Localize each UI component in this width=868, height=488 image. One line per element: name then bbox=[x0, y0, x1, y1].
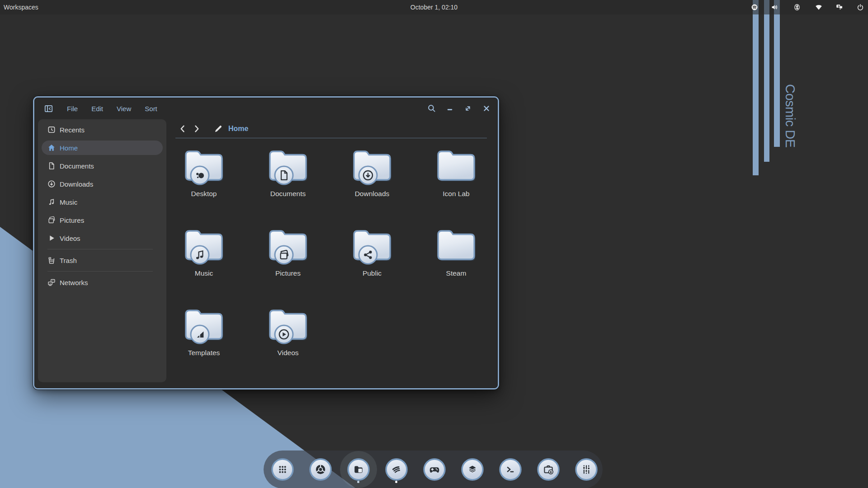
menu-sort[interactable]: Sort bbox=[141, 105, 161, 113]
dock-item-software-shop[interactable] bbox=[537, 458, 560, 481]
folder-icon bbox=[437, 230, 476, 261]
file-item-steam[interactable]: Steam bbox=[420, 230, 492, 293]
file-item-videos[interactable]: Videos bbox=[252, 309, 324, 372]
wallpaper-bar bbox=[774, 0, 780, 147]
file-item-documents[interactable]: Documents bbox=[252, 150, 324, 213]
breadcrumb-location[interactable]: Home bbox=[228, 125, 248, 133]
spotify-status-icon[interactable] bbox=[750, 3, 759, 11]
edit-path-icon[interactable] bbox=[213, 124, 223, 134]
dock-item-chrome[interactable] bbox=[309, 458, 332, 481]
sidebar-item-label: Downloads bbox=[60, 180, 93, 188]
titlebar[interactable]: FileEditViewSort bbox=[34, 98, 498, 119]
file-item-label: Music bbox=[161, 269, 247, 277]
file-browser-content: Home Desktop Documents bbox=[166, 119, 498, 388]
sidebar-separator bbox=[47, 271, 153, 272]
networks-icon bbox=[47, 278, 56, 287]
sidebar-item-videos[interactable]: Videos bbox=[42, 229, 163, 247]
dock-item-terminal[interactable] bbox=[499, 458, 522, 481]
forward-button[interactable] bbox=[190, 122, 203, 135]
file-item-label: Icon Lab bbox=[413, 190, 499, 198]
file-item-label: Desktop bbox=[161, 190, 247, 198]
file-item-label: Documents bbox=[245, 190, 331, 198]
breadcrumb: Home bbox=[166, 119, 498, 138]
sidebar-separator bbox=[47, 249, 153, 249]
sidebar-item-documents[interactable]: Documents bbox=[42, 157, 163, 175]
search-button[interactable] bbox=[426, 103, 437, 114]
sidebar-item-trash[interactable]: Trash bbox=[42, 251, 163, 269]
file-item-pictures[interactable]: Pictures bbox=[252, 230, 324, 293]
menu-view[interactable]: View bbox=[113, 105, 135, 113]
share-emblem-icon bbox=[358, 245, 378, 265]
dock-item-spotify[interactable] bbox=[385, 458, 408, 481]
sidebar-item-label: Pictures bbox=[60, 216, 84, 224]
dock-item-tweaks[interactable] bbox=[575, 458, 598, 481]
dock bbox=[264, 450, 603, 488]
file-item-music[interactable]: Music bbox=[168, 230, 240, 293]
close-button[interactable] bbox=[481, 103, 492, 114]
minimize-button[interactable] bbox=[444, 103, 455, 114]
home-icon bbox=[47, 143, 56, 152]
file-item-public[interactable]: Public bbox=[336, 230, 408, 293]
desktop-emblem-icon bbox=[190, 165, 210, 185]
pictures-icon bbox=[47, 216, 56, 225]
download-icon bbox=[47, 179, 56, 188]
maximize-button[interactable] bbox=[462, 103, 473, 114]
menu-bar: FileEditViewSort bbox=[63, 98, 167, 119]
sidebar-item-label: Documents bbox=[60, 162, 94, 170]
wallpaper-brand-text: Cosmic DE bbox=[782, 84, 798, 148]
sidebar-item-recents[interactable]: Recents bbox=[42, 121, 163, 139]
trash-icon bbox=[47, 256, 56, 265]
power-icon[interactable] bbox=[856, 3, 864, 11]
document-emblem-icon bbox=[274, 165, 294, 185]
running-indicator-dot bbox=[395, 481, 397, 483]
wallpaper-bar bbox=[753, 0, 759, 175]
file-item-templates[interactable]: Templates bbox=[168, 309, 240, 372]
file-item-label: Pictures bbox=[245, 269, 331, 277]
sidebar-item-label: Recents bbox=[60, 126, 85, 134]
file-item-downloads[interactable]: Downloads bbox=[336, 150, 408, 213]
menu-edit[interactable]: Edit bbox=[88, 105, 107, 113]
menu-file[interactable]: File bbox=[63, 105, 81, 113]
dock-item-games[interactable] bbox=[423, 458, 446, 481]
notifications-icon[interactable] bbox=[835, 3, 844, 11]
sidebar-item-label: Networks bbox=[60, 279, 88, 286]
sidebar-item-downloads[interactable]: Downloads bbox=[42, 175, 163, 193]
templates-emblem-icon bbox=[190, 324, 210, 344]
wifi-icon[interactable] bbox=[815, 3, 823, 11]
folder-icon bbox=[437, 150, 476, 182]
file-item-label: Public bbox=[329, 269, 415, 277]
breadcrumb-separator bbox=[175, 138, 487, 138]
sidebar-item-label: Music bbox=[60, 198, 77, 206]
sidebar-item-label: Trash bbox=[60, 257, 77, 264]
sidebar-item-pictures[interactable]: Pictures bbox=[42, 211, 163, 229]
document-icon bbox=[47, 161, 56, 170]
sidebar-item-music[interactable]: Music bbox=[42, 193, 163, 211]
recents-icon bbox=[47, 125, 56, 134]
videos-icon bbox=[47, 234, 56, 243]
dock-item-stacks[interactable] bbox=[461, 458, 484, 481]
clock[interactable]: October 1, 02:10 bbox=[0, 0, 868, 14]
volume-icon[interactable] bbox=[771, 3, 779, 11]
wallpaper-bar bbox=[764, 0, 770, 162]
music-emblem-icon bbox=[190, 245, 210, 265]
file-item-label: Templates bbox=[161, 349, 247, 357]
music-icon bbox=[47, 197, 56, 206]
dock-item-app-launcher[interactable] bbox=[271, 458, 294, 481]
sidebar-item-home[interactable]: Home bbox=[42, 141, 163, 155]
download-emblem-icon bbox=[358, 165, 378, 185]
pictures-emblem-icon bbox=[274, 245, 294, 265]
sidebar: Recents Home Documents Downloads Music P… bbox=[38, 119, 166, 382]
sidebar-toggle-button[interactable] bbox=[44, 104, 53, 113]
sidebar-item-networks[interactable]: Networks bbox=[42, 273, 163, 291]
video-emblem-icon bbox=[274, 324, 294, 344]
back-button[interactable] bbox=[176, 122, 189, 135]
file-item-label: Videos bbox=[245, 349, 331, 357]
files-window: FileEditViewSort Recents Home Documents bbox=[33, 96, 499, 389]
sidebar-item-label: Home bbox=[60, 144, 78, 152]
file-item-desktop[interactable]: Desktop bbox=[168, 150, 240, 213]
dock-item-files[interactable] bbox=[347, 458, 370, 481]
bluetooth-icon[interactable] bbox=[793, 3, 801, 11]
sidebar-item-label: Videos bbox=[60, 235, 80, 242]
file-item-label: Downloads bbox=[329, 190, 415, 198]
file-item-icon-lab[interactable]: Icon Lab bbox=[420, 150, 492, 213]
